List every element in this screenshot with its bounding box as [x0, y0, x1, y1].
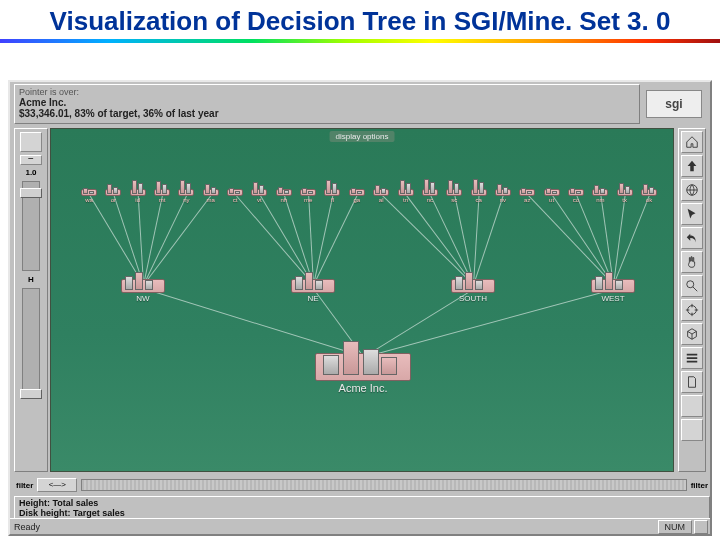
legend-row-2: Disk height: Target sales — [19, 508, 705, 518]
leaf-node[interactable]: co — [568, 189, 584, 196]
leaf-label: fl — [331, 197, 334, 203]
info-panel: Pointer is over: Acme Inc. $33,346.01, 8… — [14, 84, 640, 124]
legend-row-1: Height: Total sales — [19, 498, 705, 508]
leaf-label: ut — [549, 197, 554, 203]
info-line-1: Acme Inc. — [19, 97, 635, 108]
status-num: NUM — [658, 520, 693, 534]
pointer-icon[interactable] — [681, 203, 703, 225]
leaf-node[interactable]: mt — [154, 189, 170, 196]
slider-value: 1.0 — [15, 168, 47, 177]
leaf-node[interactable]: or — [105, 189, 121, 196]
minus-icon[interactable]: − — [20, 155, 42, 165]
leaf-node[interactable]: al — [373, 189, 389, 196]
leaf-node[interactable]: ma — [203, 189, 219, 196]
leaf-node[interactable]: nv — [495, 189, 511, 196]
mid-label: SOUTH — [459, 294, 487, 303]
leaf-node[interactable]: vt — [251, 189, 267, 196]
arrow-up-icon[interactable] — [681, 155, 703, 177]
leaf-label: or — [111, 197, 116, 203]
leaf-node[interactable]: az — [519, 189, 535, 196]
tree-viewport[interactable]: display options waoridmtnymactvtnhmeflga… — [50, 128, 674, 472]
info-line-2: $33,346.01, 83% of target, 36% of last y… — [19, 108, 635, 119]
mid-label: NW — [136, 294, 149, 303]
undo-icon[interactable] — [681, 227, 703, 249]
home-icon[interactable] — [681, 131, 703, 153]
filter-left-label: filter — [16, 481, 33, 490]
leaf-label: tx — [622, 197, 627, 203]
leaf-node[interactable]: id — [130, 189, 146, 196]
mid-label: WEST — [601, 294, 624, 303]
mid-label: NE — [307, 294, 318, 303]
divider-rainbow — [0, 39, 720, 43]
blank-icon[interactable] — [681, 419, 703, 441]
leaf-label: vt — [257, 197, 262, 203]
mid-node[interactable]: NE — [291, 279, 335, 293]
leaf-label: id — [135, 197, 140, 203]
leaf-label: az — [524, 197, 530, 203]
leaf-label: co — [573, 197, 579, 203]
search-icon[interactable] — [681, 275, 703, 297]
leaf-node[interactable]: nc — [422, 189, 438, 196]
doc-icon[interactable] — [681, 371, 703, 393]
left-controls: − 1.0 H — [14, 128, 48, 472]
leaf-label: ny — [183, 197, 189, 203]
slide-title: Visualization of Decision Tree in SGI/Mi… — [0, 0, 720, 39]
leaf-label: me — [304, 197, 312, 203]
leaf-node[interactable]: wa — [81, 189, 97, 196]
leaf-node[interactable]: me — [300, 189, 316, 196]
slider-letter: H — [15, 275, 47, 284]
cube-icon[interactable] — [681, 323, 703, 345]
leaf-node[interactable]: ny — [178, 189, 194, 196]
leaf-label: tn — [403, 197, 408, 203]
filter-icon[interactable] — [20, 132, 42, 152]
leaf-label: mt — [159, 197, 166, 203]
leaf-label: nm — [596, 197, 604, 203]
app-window: Pointer is over: Acme Inc. $33,346.01, 8… — [8, 80, 712, 536]
mid-node[interactable]: SOUTH — [451, 279, 495, 293]
leaf-node[interactable]: ga — [349, 189, 365, 196]
status-blank — [694, 520, 708, 534]
root-node[interactable]: Acme Inc. — [315, 353, 411, 381]
leaf-label: ct — [233, 197, 238, 203]
mid-node[interactable]: NW — [121, 279, 165, 293]
status-left: Ready — [14, 522, 40, 532]
leaf-label: al — [379, 197, 384, 203]
leaf-node[interactable]: tx — [617, 189, 633, 196]
leaf-node[interactable]: ok — [641, 189, 657, 196]
leaf-node[interactable]: ct — [227, 189, 243, 196]
globe-icon[interactable] — [681, 179, 703, 201]
crosshair-icon[interactable] — [681, 299, 703, 321]
height-slider[interactable] — [22, 181, 40, 271]
hand-icon[interactable] — [681, 251, 703, 273]
leaf-label: sc — [451, 197, 457, 203]
secondary-slider[interactable] — [22, 288, 40, 398]
leaf-node[interactable]: nm — [592, 189, 608, 196]
tool-palette — [678, 128, 706, 472]
info-heading: Pointer is over: — [19, 87, 635, 97]
leaf-label: nv — [500, 197, 506, 203]
leaf-label: ga — [353, 197, 360, 203]
leaf-node[interactable]: sc — [446, 189, 462, 196]
bottom-bar: filter <—> filter — [14, 476, 710, 494]
leaf-label: wa — [85, 197, 93, 203]
leaf-node[interactable]: ca — [471, 189, 487, 196]
filter-right-label: filter — [691, 481, 708, 490]
svg-point-1 — [687, 281, 694, 288]
arrows-box[interactable]: <—> — [37, 478, 77, 492]
mid-node[interactable]: WEST — [591, 279, 635, 293]
h-scrollbar[interactable] — [81, 479, 686, 491]
leaf-label: nh — [280, 197, 287, 203]
leaf-label: ma — [207, 197, 215, 203]
leaf-label: ca — [475, 197, 481, 203]
root-label: Acme Inc. — [339, 382, 388, 394]
leaf-node[interactable]: tn — [398, 189, 414, 196]
sgi-logo: sgi — [646, 90, 702, 118]
blank-icon[interactable] — [681, 395, 703, 417]
scene-tab[interactable]: display options — [330, 131, 395, 142]
leaf-node[interactable]: ut — [544, 189, 560, 196]
leaf-node[interactable]: fl — [324, 189, 340, 196]
bars-icon[interactable] — [681, 347, 703, 369]
leaf-label: nc — [427, 197, 433, 203]
status-bar: Ready NUM — [10, 518, 710, 534]
leaf-node[interactable]: nh — [276, 189, 292, 196]
